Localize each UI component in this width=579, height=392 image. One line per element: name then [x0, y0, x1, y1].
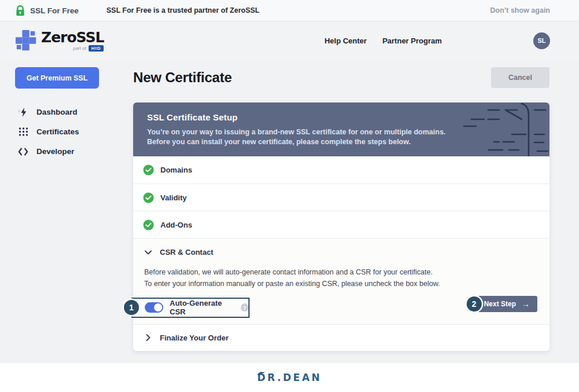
code-brackets-icon	[17, 147, 29, 156]
csr-description: Before validation, we will auto-generate…	[133, 267, 549, 290]
annotation-badge-1: 1	[124, 300, 139, 315]
zerossl-logo[interactable]: ZeroSSL part of HID	[15, 30, 104, 52]
dismiss-banner-link[interactable]: Don’t show again	[490, 6, 550, 14]
check-circle-icon	[143, 192, 154, 203]
footer-logo-text: DR.DEAN	[257, 372, 322, 383]
step-row-domains[interactable]: Domains	[133, 156, 549, 184]
next-step-button[interactable]: Next Step →	[474, 296, 537, 312]
nav-partner-program[interactable]: Partner Program	[382, 36, 442, 45]
logo-tagline: part of	[73, 46, 86, 51]
partner-brand: SSL For Free	[30, 6, 79, 15]
puzzle-logo-icon	[15, 30, 37, 52]
sidebar: Get Premium SSL Dashboard Certificates D…	[15, 67, 133, 363]
sidebar-nav: Dashboard Certificates Developer	[15, 107, 133, 157]
sidebar-item-label: Certificates	[36, 127, 79, 136]
arrow-right-icon: →	[522, 300, 530, 308]
page-title: New Certificate	[133, 69, 232, 86]
sidebar-item-developer[interactable]: Developer	[17, 146, 133, 157]
check-circle-icon	[143, 164, 154, 175]
get-premium-ssl-button[interactable]: Get Premium SSL	[15, 67, 99, 89]
app-header: ZeroSSL part of HID Help Center Partner …	[0, 21, 579, 60]
step-row-addons[interactable]: Add-Ons	[133, 211, 549, 238]
partner-banner: SSL For Free SSL For Free is a trusted p…	[0, 0, 579, 21]
toggle-label: Auto-Generate CSR	[170, 299, 234, 316]
step-section-csr-contact: CSR & Contact Before validation, we will…	[133, 238, 549, 324]
auto-generate-csr-toggle[interactable]	[145, 302, 163, 313]
grid-dots-icon	[17, 127, 29, 137]
help-icon[interactable]: ?	[241, 303, 248, 312]
step-row-finalize-order[interactable]: Finalize Your Order	[133, 324, 549, 351]
step-label: Finalize Your Order	[160, 334, 229, 342]
step-row-csr-contact[interactable]: CSR & Contact	[133, 239, 549, 266]
chevron-down-icon	[143, 250, 153, 255]
avatar[interactable]: SL	[533, 32, 550, 49]
partner-message: SSL For Free is a trusted partner of Zer…	[107, 6, 259, 14]
lock-icon	[16, 5, 25, 16]
header-nav: Help Center Partner Program SL	[324, 32, 550, 49]
lightning-icon	[17, 107, 29, 118]
content: New Certificate Cancel SSL Certificate S…	[133, 67, 549, 363]
step-label: Domains	[160, 166, 192, 174]
card-header: SSL Certificate Setup You’re on your way…	[133, 102, 549, 156]
cancel-button[interactable]: Cancel	[491, 67, 549, 88]
toggle-knob	[154, 303, 162, 312]
sidebar-item-dashboard[interactable]: Dashboard	[17, 107, 133, 118]
chevron-right-icon	[143, 334, 153, 341]
sidebar-item-certificates[interactable]: Certificates	[17, 126, 133, 137]
logo-wordmark: ZeroSSL	[41, 30, 104, 45]
footer: DR.DEAN	[0, 363, 579, 392]
decorative-lines-illustration	[457, 102, 549, 156]
hid-badge: HID	[89, 45, 104, 52]
annotation-highlight-box: Auto-Generate CSR ?	[131, 298, 250, 318]
fish-icon	[256, 367, 265, 379]
annotation-badge-2: 2	[467, 296, 482, 312]
annotated-next-area: 2 Next Step →	[474, 296, 537, 312]
ssl-setup-card: SSL Certificate Setup You’re on your way…	[133, 102, 549, 351]
dr-dean-logo: DR.DEAN	[257, 372, 322, 383]
sidebar-item-label: Dashboard	[36, 108, 78, 116]
step-label: Add-Ons	[160, 221, 192, 229]
step-label: Validity	[160, 193, 187, 202]
main-area: Get Premium SSL Dashboard Certificates D…	[0, 60, 579, 363]
step-row-validity[interactable]: Validity	[133, 184, 549, 211]
sidebar-item-label: Developer	[36, 147, 74, 156]
check-circle-icon	[143, 219, 154, 230]
step-label: CSR & Contact	[160, 248, 213, 257]
annotated-toggle-area: 1 Auto-Generate CSR ?	[131, 298, 250, 318]
nav-help-center[interactable]: Help Center	[324, 36, 367, 45]
